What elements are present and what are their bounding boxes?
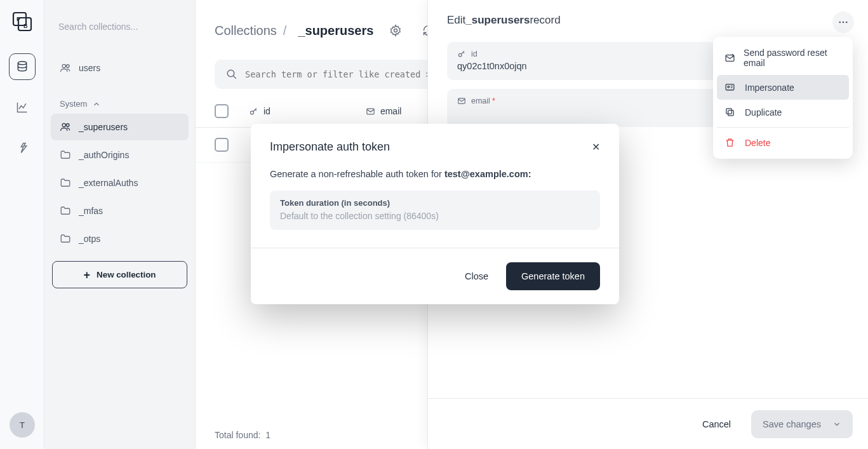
sidebar-item-otps[interactable]: _otps [51, 225, 189, 252]
column-email-label: email [380, 106, 401, 116]
search-collections-input[interactable] [51, 13, 189, 41]
row-checkbox[interactable] [215, 138, 229, 152]
menu-divider [717, 127, 849, 128]
svg-point-9 [394, 29, 397, 32]
svg-point-10 [227, 70, 234, 77]
key-icon [457, 50, 466, 58]
sidebar-item-label: _otps [79, 234, 100, 244]
email-label: email [471, 97, 490, 105]
id-label: id [471, 50, 477, 58]
record-actions-menu: Send password reset email Impersonate Du… [713, 37, 853, 159]
svg-point-7 [62, 123, 65, 126]
impersonate-modal: Impersonate auth token ✕ Generate a non-… [251, 124, 619, 304]
column-id-label: id [264, 106, 270, 116]
edit-panel-footer: Cancel Save changes [428, 398, 868, 449]
svg-point-14 [843, 22, 845, 23]
users-icon [60, 62, 72, 74]
save-changes-button[interactable]: Save changes [751, 410, 853, 438]
settings-icon[interactable] [385, 20, 406, 41]
nav-logs-icon[interactable] [9, 94, 36, 121]
folder-icon [60, 177, 72, 189]
modal-description: Generate a non-refreshable auth token fo… [270, 169, 600, 179]
modal-desc-pre: Generate a non-refreshable auth token fo… [270, 169, 444, 179]
edit-title-collection: _superusers [465, 14, 530, 27]
users-icon [60, 121, 72, 133]
modal-close-button[interactable]: Close [451, 262, 502, 290]
key-icon [249, 107, 258, 116]
menu-delete[interactable]: Delete [717, 130, 849, 155]
impersonate-icon [724, 82, 738, 93]
sidebar-item-authorigins[interactable]: _authOrigins [51, 142, 189, 168]
generate-token-button[interactable]: Generate token [506, 262, 600, 290]
edit-title-post: record [530, 14, 560, 27]
breadcrumb-root: Collections [215, 23, 277, 38]
sidebar-item-externalauths[interactable]: _externalAuths [51, 170, 189, 196]
menu-impersonate-label: Impersonate [745, 83, 794, 93]
nav-settings-icon[interactable] [9, 135, 36, 161]
mail-icon [457, 97, 466, 105]
breadcrumb-current: _superusers [298, 23, 373, 38]
sidebar-item-label: _mfas [79, 206, 103, 216]
svg-point-20 [728, 86, 730, 88]
cancel-button[interactable]: Cancel [688, 410, 745, 438]
edit-panel-header: Edit _superusers record [428, 0, 868, 38]
sidebar-item-label: _superusers [79, 122, 128, 132]
token-duration-field[interactable]: Token duration (in seconds) [270, 191, 600, 230]
total-found-label: Total found: [215, 430, 260, 440]
token-duration-input[interactable] [280, 211, 590, 221]
required-indicator: * [492, 97, 495, 105]
svg-point-5 [62, 64, 65, 67]
modal-desc-email: test@example.com: [444, 169, 531, 179]
svg-rect-22 [726, 109, 732, 114]
search-icon [226, 69, 237, 80]
svg-rect-21 [728, 111, 734, 116]
new-collection-label: New collection [97, 270, 156, 279]
folder-icon [60, 233, 72, 245]
modal-close-icon[interactable]: ✕ [592, 141, 600, 153]
svg-point-13 [839, 22, 841, 23]
more-options-button[interactable] [832, 11, 854, 33]
svg-text:P: P [17, 16, 20, 22]
menu-duplicate[interactable]: Duplicate [717, 100, 849, 124]
svg-point-15 [846, 22, 848, 23]
new-collection-button[interactable]: + New collection [52, 261, 187, 288]
chevron-up-icon [92, 100, 101, 109]
duplicate-icon [724, 107, 738, 117]
svg-point-6 [67, 65, 70, 68]
folder-icon [60, 149, 72, 161]
chevron-down-icon [832, 420, 841, 429]
menu-send-reset-label: Send password reset email [744, 48, 841, 68]
edit-title-pre: Edit [447, 14, 465, 27]
svg-point-11 [251, 111, 254, 114]
mail-send-icon [724, 53, 737, 64]
system-label: System [60, 99, 87, 109]
menu-impersonate[interactable]: Impersonate [717, 75, 849, 100]
breadcrumb-separator: / [283, 23, 287, 38]
nav-collections-icon[interactable] [9, 53, 36, 80]
total-found-value: 1 [265, 430, 270, 440]
svg-point-4 [18, 62, 26, 65]
mail-icon [366, 107, 375, 116]
menu-send-reset[interactable]: Send password reset email [717, 41, 849, 75]
logo: PB [10, 9, 35, 34]
sidebar-item-label: users [79, 63, 100, 73]
save-label: Save changes [763, 419, 821, 429]
sidebar-item-users[interactable]: users [51, 55, 189, 81]
collections-sidebar: users System _superusers _authOrigins _e… [44, 0, 196, 449]
total-found: Total found: 1 [215, 430, 270, 440]
trash-icon [724, 137, 738, 148]
folder-icon [60, 205, 72, 217]
sidebar-item-label: _authOrigins [79, 150, 129, 160]
svg-point-16 [458, 53, 462, 57]
sidebar-item-superusers[interactable]: _superusers [51, 114, 189, 140]
select-all-checkbox[interactable] [215, 104, 229, 118]
modal-title: Impersonate auth token [270, 140, 390, 154]
menu-duplicate-label: Duplicate [745, 107, 782, 117]
svg-rect-19 [726, 84, 734, 90]
icon-rail: PB T [0, 0, 44, 449]
sidebar-system-toggle[interactable]: System [51, 91, 189, 114]
svg-text:B: B [23, 23, 28, 29]
avatar[interactable]: T [10, 412, 35, 438]
sidebar-item-mfas[interactable]: _mfas [51, 198, 189, 224]
menu-delete-label: Delete [745, 138, 770, 148]
